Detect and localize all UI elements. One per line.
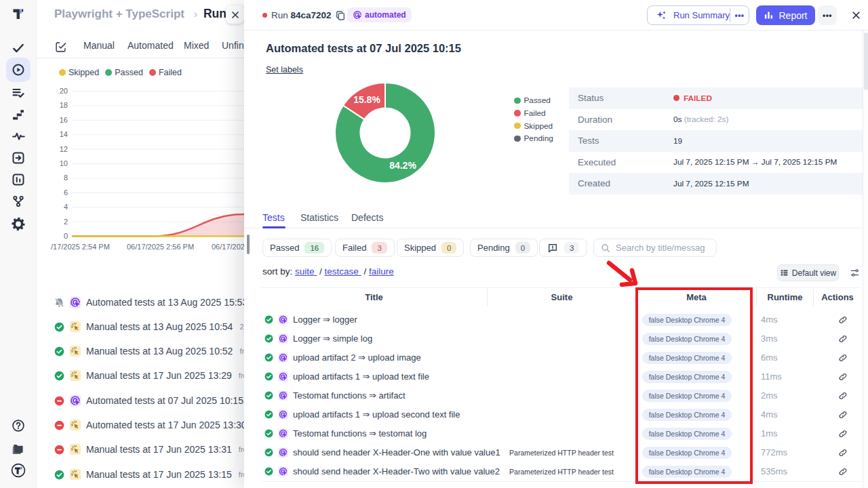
svg-text:20: 20: [60, 87, 68, 95]
svg-text:8: 8: [64, 174, 68, 182]
svg-text:6: 6: [64, 188, 68, 197]
svg-text:84.2%: 84.2%: [389, 160, 416, 171]
svg-text:4: 4: [64, 203, 68, 211]
svg-text:2: 2: [64, 218, 68, 226]
svg-text:0: 0: [64, 232, 68, 240]
svg-text:16: 16: [60, 116, 68, 124]
svg-text:14: 14: [60, 130, 68, 138]
svg-text:18: 18: [60, 101, 68, 109]
svg-text:10: 10: [60, 159, 68, 167]
svg-text:15.8%: 15.8%: [353, 94, 380, 105]
svg-text:12: 12: [60, 145, 68, 153]
